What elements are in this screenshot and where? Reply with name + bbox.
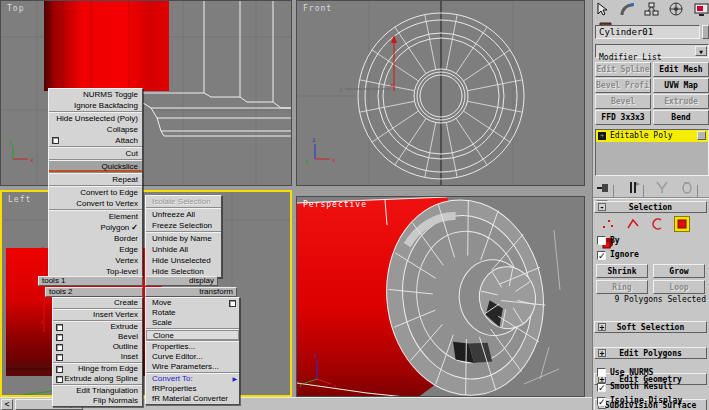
create-tab-select-arrow-icon[interactable] [595,2,610,17]
expand-icon[interactable]: + [598,323,606,331]
menu-item-bevel[interactable]: Bevel [53,332,142,342]
menu-item-unfreeze-all[interactable]: Unfreeze All [146,209,221,220]
menu-item-frproperties[interactable]: fRProperties [146,384,239,394]
modify-tab-icon[interactable] [620,2,635,17]
menu-item-border[interactable]: Border [49,233,142,244]
object-color-swatch[interactable] [702,25,709,39]
menu-item-convert-to-edge[interactable]: Convert to Edge [49,187,142,198]
menu-item-convert-to-vertex[interactable]: Convert to Vertex [49,198,142,209]
option-box-icon[interactable] [56,324,63,331]
modifier-button-edit-mesh[interactable]: Edit Mesh [653,62,709,77]
collapse-icon[interactable]: - [598,203,606,211]
menu-item-extrude-along-spline[interactable]: Extrude along Spline [53,374,142,384]
menu-item-ignore-backfacing[interactable]: Ignore Backfacing [49,100,142,111]
motion-tab-icon[interactable] [669,2,684,17]
modifier-button-bend[interactable]: Bend [653,110,709,125]
rollout-selection[interactable]: - Selection [594,201,707,213]
edge-subobject-icon[interactable] [626,217,640,231]
menu-item-quickslice[interactable]: Quickslice [49,161,142,172]
checkbox-box[interactable] [597,368,606,377]
viewport-top[interactable]: y x Top [0,0,292,186]
option-box-icon[interactable] [56,344,63,351]
transform-gizmo[interactable]: z x [339,35,397,93]
checkbox-box[interactable]: ✓ [597,251,606,260]
menu-item-repeat[interactable]: Repeat [49,174,142,185]
menu-item-freeze-selection[interactable]: Freeze Selection [146,220,221,231]
checkbox-use-nurms[interactable]: Use NURMS [597,368,653,379]
checkbox-box[interactable]: ✓ [597,397,606,406]
subobject-expand-icon[interactable]: + [598,132,606,140]
menu-item-extrude[interactable]: Extrude [53,322,142,332]
modifier-list-dropdown[interactable]: Modifier List ▼ [595,44,709,58]
shrink-button[interactable]: Shrink [596,264,648,278]
pin-stack-icon[interactable] [596,180,611,195]
modifier-button-ffd-3x3x3[interactable]: FFD 3x3x3 [595,110,651,125]
previous-frame-button[interactable]: < [1,399,13,410]
menu-item-outline[interactable]: Outline [53,342,142,352]
checkbox-box[interactable]: ✓ [597,383,606,392]
command-panel-tabs [595,2,709,21]
menu-item-wire-parameters[interactable]: Wire Parameters... [146,362,239,372]
polygon-subobject-icon[interactable] [675,217,689,231]
menu-item-inset[interactable]: Inset [53,352,142,362]
menu-item-edit-triangulation[interactable]: Edit Triangulation [53,386,142,396]
menu-item-nurms-toggle[interactable]: NURMS Toggle [49,89,142,100]
vertex-subobject-icon[interactable] [601,217,615,231]
svg-text:y: y [305,157,309,165]
menu-item-hide-unselected-poly[interactable]: Hide Unselected (Poly) [49,113,142,124]
menu-item-collapse[interactable]: Collapse [49,124,142,135]
menu-item-unhide-by-name[interactable]: Unhide by Name [146,233,221,244]
chevron-down-icon[interactable]: ▼ [695,46,707,56]
viewport-perspective[interactable]: z y x Perspective [296,196,585,397]
menu-item-curve-editor[interactable]: Curve Editor... [146,352,239,362]
menu-item-scale[interactable]: Scale [146,318,239,328]
option-box-icon[interactable] [229,300,236,307]
menu-item-move[interactable]: Move [146,298,239,308]
modifier-stack-row-editable-poly[interactable]: + Editable Poly [596,130,708,142]
modifier-button-uvw-map[interactable]: UVW Map [653,78,709,93]
top-viewport-canvas: y x [1,1,292,186]
grow-button[interactable]: Grow [653,264,705,278]
checkbox-smooth-result[interactable]: ✓Smooth Result [597,382,673,393]
modifier-stack-list[interactable]: + Editable Poly [595,129,709,176]
option-box-icon[interactable] [56,334,63,341]
menu-item-vertex[interactable]: Vertex [49,255,142,266]
checkbox-box[interactable] [597,236,606,245]
menu-item-element[interactable]: Element [49,211,142,222]
display-tab-icon[interactable] [694,2,709,17]
expand-icon[interactable]: + [598,349,606,357]
show-end-result-icon[interactable] [626,180,641,195]
menu-item-polygon[interactable]: Polygon✓ [49,222,142,233]
rollout-soft-selection[interactable]: +Soft Selection [594,321,707,333]
object-name-field[interactable]: Cylinder01 [595,25,700,39]
menu-item-hide-unselected[interactable]: Hide Unselected [146,255,221,266]
menu-item-clone[interactable]: Clone [146,330,239,340]
checkbox-by[interactable]: By [597,236,620,247]
hierarchy-tab-icon[interactable] [644,2,659,17]
viewport-front[interactable]: z x z x y Front [296,0,585,186]
menu-item-create[interactable]: Create [53,298,142,308]
menu-item-flip-normals[interactable]: Flip Normals [87,396,142,406]
menu-item-label: Wire Parameters... [152,362,219,371]
option-box-icon[interactable] [56,354,63,361]
border-subobject-icon[interactable] [650,217,664,231]
menu-item-fr-material-converter[interactable]: fR Material Converter [146,394,239,404]
menu-item-convert-to[interactable]: Convert To:▶ [146,374,239,384]
menu-item-cut[interactable]: Cut [49,148,142,159]
option-box-icon[interactable] [56,366,63,373]
menu-item-insert-vertex[interactable]: Insert Vertex [53,310,142,320]
menu-item-rotate[interactable]: Rotate [146,308,239,318]
option-box-icon[interactable] [52,137,59,144]
menu-item-hinge-from-edge[interactable]: Hinge from Edge [53,364,142,374]
stack-onoff-icon[interactable] [697,131,706,140]
menu-item-unhide-all[interactable]: Unhide All [146,244,221,255]
checkbox-ignore[interactable]: ✓Ignore [597,250,639,261]
menu-item-edge[interactable]: Edge [49,244,142,255]
rollout-edit-polygons[interactable]: +Edit Polygons [594,347,707,359]
menu-item-properties[interactable]: Properties... [146,342,239,352]
option-box-icon[interactable] [56,376,63,383]
menu-item-label: Create [114,298,138,307]
checkbox-isoline-display[interactable]: ✓Isoline Display [597,396,682,407]
menu-item-attach[interactable]: Attach [49,135,142,146]
svg-text:z: z [312,136,316,143]
